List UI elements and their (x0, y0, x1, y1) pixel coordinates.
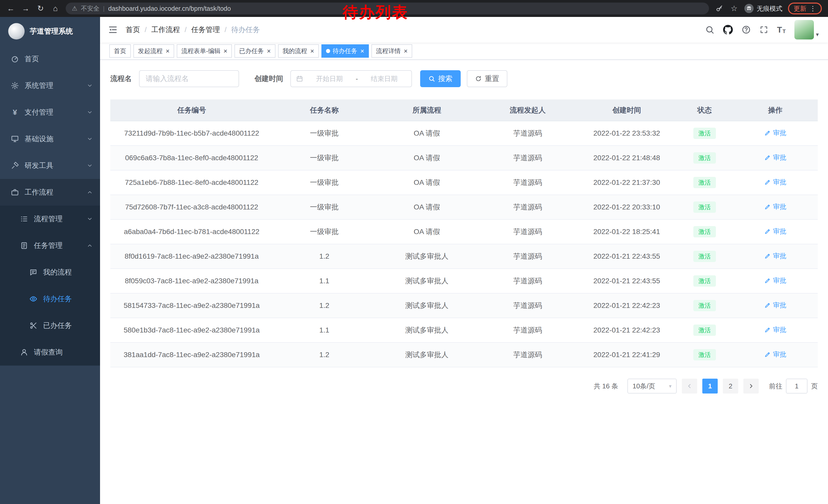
column-header: 任务编号 (110, 99, 273, 121)
approve-link[interactable]: 审批 (764, 301, 786, 310)
tab-item[interactable]: 已办任务× (235, 44, 275, 58)
sidebar-item-infrastructure[interactable]: 基础设施 (0, 126, 100, 152)
search-button[interactable]: 搜索 (420, 70, 461, 87)
sidebar-item-payment[interactable]: ¥支付管理 (0, 99, 100, 126)
status-badge: 激活 (693, 177, 716, 188)
approve-link[interactable]: 审批 (764, 129, 786, 137)
approve-link[interactable]: 审批 (764, 350, 786, 359)
cell-id: 069c6a63-7b8a-11ec-8ef0-acde48001122 (110, 146, 273, 170)
user-avatar[interactable] (794, 20, 814, 40)
table-row: 8f059c03-7ac8-11ec-a9e2-a2380e71991a1.1测… (110, 269, 818, 293)
bookmark-star-icon[interactable]: ☆ (730, 3, 739, 13)
infrastructure-icon (10, 135, 19, 143)
close-icon[interactable]: × (166, 48, 170, 54)
cell-status: 激活 (676, 293, 733, 318)
cell-status: 激活 (676, 121, 733, 146)
table-row: 58154733-7ac8-11ec-a9e2-a2380e71991a1.2测… (110, 293, 818, 318)
approve-link[interactable]: 审批 (764, 251, 786, 261)
key-icon[interactable] (715, 3, 724, 13)
close-icon[interactable]: × (360, 48, 364, 54)
sidebar-item-workflow[interactable]: 工作流程 (0, 179, 100, 205)
cell-created: 2022-01-22 21:37:30 (577, 170, 676, 195)
cell-name: 1.2 (273, 293, 376, 318)
cell-starter: 芋道源码 (478, 244, 577, 269)
close-icon[interactable]: × (404, 48, 408, 54)
sidebar-item-system[interactable]: 系统管理 (0, 72, 100, 99)
tab-label: 已办任务 (239, 47, 264, 55)
sidebar-item-task-manage[interactable]: 任务管理 (0, 232, 100, 259)
cell-status: 激活 (676, 170, 733, 195)
table-row: 8f0d1619-7ac8-11ec-a9e2-a2380e71991a1.2测… (110, 244, 818, 269)
close-icon[interactable]: × (267, 48, 271, 54)
tab-item[interactable]: 流程表单-编辑× (177, 44, 232, 58)
url-text: dashboard.yudao.iocoder.cn/bpm/task/todo (108, 5, 231, 12)
tab-item[interactable]: 流程详情× (371, 44, 412, 58)
close-icon[interactable]: × (310, 48, 314, 54)
column-header: 创建时间 (577, 99, 676, 121)
cell-created: 2022-01-22 21:48:48 (577, 146, 676, 170)
cell-action: 审批 (733, 269, 818, 293)
sidebar-menu: 首页系统管理¥支付管理基础设施研发工具工作流程流程管理任务管理我的流程待办任务已… (0, 46, 100, 504)
cell-action: 审批 (733, 318, 818, 342)
approve-link[interactable]: 审批 (764, 276, 786, 285)
prev-page-button (682, 379, 697, 394)
sidebar-fold-icon[interactable] (100, 17, 126, 43)
cell-name: 一级审批 (273, 170, 376, 195)
cell-id: 725a1eb6-7b88-11ec-8ef0-acde48001122 (110, 170, 273, 195)
close-icon[interactable]: × (223, 48, 227, 54)
goto-page-input[interactable] (786, 379, 808, 394)
sidebar-item-devtools[interactable]: 研发工具 (0, 152, 100, 179)
breadcrumb-item[interactable]: 工作流程 (151, 25, 180, 35)
help-icon[interactable] (742, 25, 751, 34)
edit-pen-icon (764, 130, 771, 136)
next-page-button[interactable] (743, 379, 759, 394)
page-size-select[interactable]: 10条/页 ▾ (627, 379, 677, 394)
forward-icon[interactable]: → (21, 3, 30, 13)
date-range-picker[interactable]: 开始日期 - 结束日期 (290, 70, 412, 87)
column-header: 流程发起人 (478, 99, 577, 121)
sidebar-item-leave-query[interactable]: 请假查询 (0, 339, 100, 366)
browser-menu-icon[interactable]: ⋮ (810, 5, 816, 12)
approve-label: 审批 (773, 276, 786, 285)
cell-starter: 芋道源码 (478, 342, 577, 367)
font-size-icon[interactable]: TT (777, 26, 786, 34)
page-button-2[interactable]: 2 (723, 379, 738, 394)
reload-icon[interactable]: ↻ (36, 3, 45, 13)
edit-pen-icon (764, 302, 771, 309)
tab-item[interactable]: 发起流程× (133, 44, 174, 58)
approve-link[interactable]: 审批 (764, 153, 786, 162)
search-icon[interactable] (705, 25, 714, 34)
breadcrumb-item[interactable]: 任务管理 (191, 25, 220, 35)
sidebar-item-my-process[interactable]: 我的流程 (0, 259, 100, 286)
github-icon[interactable] (723, 25, 733, 35)
page-size-value: 10条/页 (632, 382, 655, 391)
approve-label: 审批 (773, 227, 786, 236)
approve-label: 审批 (773, 202, 786, 211)
sidebar-item-home[interactable]: 首页 (0, 46, 100, 72)
back-icon[interactable]: ← (6, 3, 15, 13)
sidebar-item-process-manage[interactable]: 流程管理 (0, 205, 100, 232)
approve-link[interactable]: 审批 (764, 202, 786, 211)
cell-id: 58154733-7ac8-11ec-a9e2-a2380e71991a (110, 293, 273, 318)
breadcrumb-item[interactable]: 首页 (126, 25, 140, 35)
tab-item[interactable]: 待办任务× (321, 44, 369, 58)
page-button-1[interactable]: 1 (702, 379, 718, 394)
chevron-down-icon (87, 83, 93, 89)
logo[interactable]: 芋道管理系统 (0, 17, 100, 46)
update-button[interactable]: 更新 ⋮ (788, 3, 822, 14)
tab-item[interactable]: 我的流程× (278, 44, 319, 58)
tab-item[interactable]: 首页 (109, 44, 131, 58)
edit-pen-icon (764, 203, 771, 210)
cell-status: 激活 (676, 220, 733, 244)
fullscreen-icon[interactable] (759, 26, 768, 34)
user-menu[interactable]: ▾ (794, 20, 819, 40)
home-icon[interactable]: ⌂ (51, 3, 60, 13)
reset-button[interactable]: 重置 (467, 70, 507, 87)
approve-link[interactable]: 审批 (764, 227, 786, 236)
approve-link[interactable]: 审批 (764, 178, 786, 187)
sidebar-item-todo-task[interactable]: 待办任务 (0, 286, 100, 312)
approve-link[interactable]: 审批 (764, 325, 786, 334)
search-button-icon (428, 75, 435, 82)
process-name-input[interactable] (139, 70, 239, 87)
sidebar-item-done-task[interactable]: 已办任务 (0, 312, 100, 339)
